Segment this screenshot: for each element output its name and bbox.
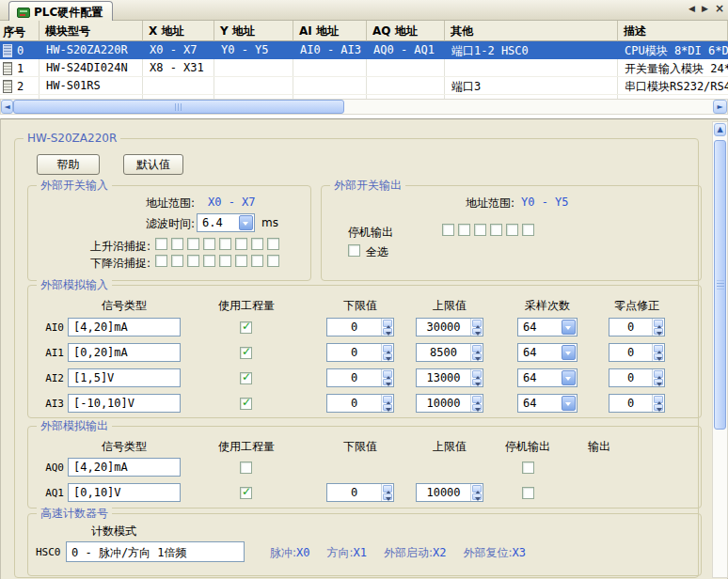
spin-down-icon[interactable]	[472, 493, 482, 501]
sample-count-dropdown[interactable]: 64	[517, 343, 578, 362]
checkbox[interactable]	[235, 238, 247, 250]
table-row[interactable]: 1 HW-S24DI024N X8 - X31 开关量输入模块 24*D	[0, 59, 728, 77]
scroll-tabs-right-icon[interactable]: ▶	[702, 3, 708, 14]
sample-count-dropdown[interactable]: 64	[517, 318, 578, 336]
spin-down-icon[interactable]	[654, 353, 663, 361]
signal-type-input[interactable]: [0,20]mA	[68, 343, 181, 362]
select-all-checkbox[interactable]	[348, 244, 360, 257]
spin-up-icon[interactable]	[472, 370, 482, 378]
spin-down-icon[interactable]	[472, 404, 482, 412]
column-header-model[interactable]: 模块型号	[40, 21, 143, 41]
checkbox[interactable]	[187, 238, 199, 250]
table-row[interactable]: 0 HW-S20ZA220R X0 - X7 Y0 - Y5 AI0 - AI3…	[0, 41, 728, 59]
checkbox[interactable]	[251, 238, 263, 250]
scroll-left-arrow-icon[interactable]: ◄	[1, 100, 13, 114]
low-limit-spinner[interactable]: 0	[326, 368, 394, 387]
spin-down-icon[interactable]	[654, 328, 663, 336]
use-engineering-checkbox[interactable]	[240, 347, 252, 359]
checkbox[interactable]	[235, 255, 247, 267]
use-engineering-checkbox[interactable]	[240, 487, 252, 499]
checkbox[interactable]	[155, 238, 167, 250]
spin-up-icon[interactable]	[654, 320, 663, 327]
use-engineering-checkbox[interactable]	[240, 398, 252, 410]
column-header-aq[interactable]: AQ 地址	[367, 21, 445, 41]
high-limit-spinner[interactable]: 30000	[416, 318, 483, 336]
checkbox[interactable]	[474, 224, 486, 236]
column-header-ai[interactable]: AI 地址	[293, 21, 367, 41]
vertical-scrollbar-thumb[interactable]	[714, 140, 726, 430]
scroll-up-arrow-icon[interactable]: ▲	[714, 123, 726, 136]
default-button[interactable]: 默认值	[123, 154, 183, 175]
scroll-tabs-left-icon[interactable]: ◀	[688, 3, 695, 14]
checkbox[interactable]	[267, 238, 279, 250]
spin-down-icon[interactable]	[383, 379, 392, 386]
count-mode-input[interactable]: 0 - 脉冲/方向 1倍频	[66, 541, 245, 562]
zero-correction-spinner[interactable]: 0	[609, 394, 665, 413]
checkbox[interactable]	[458, 224, 470, 236]
checkbox[interactable]	[522, 224, 534, 236]
column-header-desc[interactable]: 描述	[618, 21, 728, 41]
signal-type-input[interactable]: [4,20]mA	[68, 318, 181, 336]
spin-down-icon[interactable]	[383, 328, 392, 336]
checkbox[interactable]	[251, 255, 263, 267]
checkbox[interactable]	[203, 255, 215, 267]
checkbox[interactable]	[219, 255, 231, 267]
spin-down-icon[interactable]	[654, 404, 663, 412]
horizontal-scrollbar[interactable]: ◄ ►	[0, 99, 728, 115]
spin-up-icon[interactable]	[654, 345, 663, 352]
checkbox[interactable]	[267, 255, 279, 267]
column-header-other[interactable]: 其他	[445, 21, 618, 41]
spin-up-icon[interactable]	[472, 345, 482, 352]
checkbox[interactable]	[506, 224, 518, 236]
signal-type-input[interactable]: [0,10]V	[68, 483, 181, 502]
low-limit-spinner[interactable]: 0	[326, 483, 394, 502]
spin-up-icon[interactable]	[472, 320, 482, 327]
spin-up-icon[interactable]	[654, 370, 663, 378]
spin-up-icon[interactable]	[383, 320, 392, 327]
checkbox[interactable]	[219, 238, 231, 250]
close-icon[interactable]: ×	[715, 3, 724, 14]
spin-up-icon[interactable]	[383, 396, 392, 403]
checkbox[interactable]	[155, 255, 167, 267]
spin-down-icon[interactable]	[383, 404, 392, 412]
zero-correction-spinner[interactable]: 0	[609, 318, 665, 336]
spin-up-icon[interactable]	[383, 345, 392, 352]
use-engineering-checkbox[interactable]	[240, 321, 252, 334]
column-header-index[interactable]: 序号	[0, 21, 40, 41]
spin-up-icon[interactable]	[383, 370, 392, 378]
checkbox[interactable]	[442, 224, 454, 236]
column-header-x[interactable]: X 地址	[143, 21, 214, 41]
high-limit-spinner[interactable]: 13000	[416, 368, 483, 387]
low-limit-spinner[interactable]: 0	[326, 318, 394, 336]
use-engineering-checkbox[interactable]	[240, 462, 252, 474]
signal-type-input[interactable]: [-10,10]V	[68, 394, 181, 413]
spin-up-icon[interactable]	[654, 396, 663, 403]
spin-down-icon[interactable]	[472, 379, 482, 386]
signal-type-input[interactable]: [4,20]mA	[68, 458, 181, 477]
sample-count-dropdown[interactable]: 64	[517, 394, 578, 413]
chevron-down-icon[interactable]	[239, 215, 253, 230]
zero-correction-spinner[interactable]: 0	[609, 368, 665, 387]
tab-plc-hardware-config[interactable]: PLC硬件配置	[8, 1, 113, 21]
spin-down-icon[interactable]	[654, 379, 663, 386]
high-limit-spinner[interactable]: 10000	[416, 483, 483, 502]
chevron-down-icon[interactable]	[562, 320, 576, 335]
low-limit-spinner[interactable]: 0	[326, 343, 394, 362]
spin-down-icon[interactable]	[472, 353, 482, 361]
spin-up-icon[interactable]	[383, 485, 392, 493]
checkbox[interactable]	[187, 255, 199, 267]
spin-down-icon[interactable]	[383, 353, 392, 361]
checkbox[interactable]	[171, 255, 183, 267]
horizontal-scrollbar-thumb[interactable]	[13, 100, 344, 114]
zero-correction-spinner[interactable]: 0	[609, 343, 665, 362]
chevron-down-icon[interactable]	[562, 370, 576, 385]
spin-up-icon[interactable]	[472, 485, 482, 493]
use-engineering-checkbox[interactable]	[240, 372, 252, 384]
help-button[interactable]: 帮助	[37, 154, 100, 175]
checkbox[interactable]	[490, 224, 502, 236]
high-limit-spinner[interactable]: 10000	[416, 394, 483, 413]
chevron-down-icon[interactable]	[562, 396, 576, 411]
vertical-scrollbar[interactable]: ▲	[712, 121, 728, 578]
table-row[interactable]: 2 HW-S01RS 端口3 串口模块RS232/RS485	[0, 77, 728, 95]
low-limit-spinner[interactable]: 0	[326, 394, 394, 413]
